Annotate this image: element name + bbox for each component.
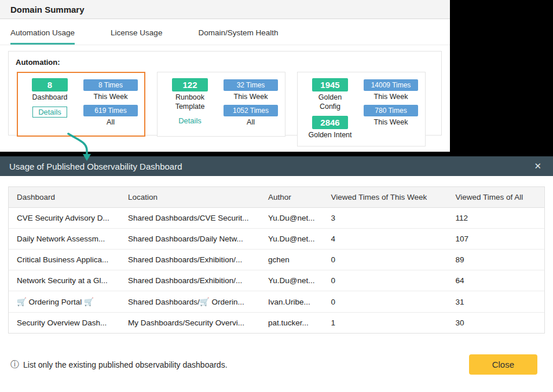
tab-automation-usage[interactable]: Automation Usage bbox=[10, 28, 75, 45]
panel-title-bar: Domain Summary bbox=[0, 0, 450, 19]
cell-location: Shared Dashboards/CVE Securit... bbox=[120, 208, 260, 229]
table-row: Critical Business Applica... Shared Dash… bbox=[9, 250, 544, 270]
cell-author: Yu.Du@net... bbox=[260, 208, 323, 229]
tab-domain-system-health[interactable]: Domain/System Health bbox=[198, 28, 278, 45]
dashboard-week-caption: This Week bbox=[94, 93, 128, 101]
footer-note-wrap: ⓘ List only the existing published obser… bbox=[10, 359, 228, 370]
screen: Domain Summary Automation Usage License … bbox=[0, 0, 553, 392]
column-viewed-week: Viewed Times of This Week bbox=[323, 187, 448, 208]
cell-viewed-all: 64 bbox=[448, 270, 545, 291]
cell-viewed-week: 1 bbox=[323, 313, 448, 334]
cell-dashboard: 🛒 Ordering Portal 🛒 bbox=[9, 291, 120, 313]
automation-card-runbook-template: 122 Runbook Template Details 32 Times Th… bbox=[157, 72, 285, 137]
golden-week-badge: 14009 Times bbox=[364, 79, 418, 91]
automation-card-dashboard: 8 Dashboard Details 8 Times This Week 61… bbox=[17, 72, 145, 137]
golden-intent-count: 2846 bbox=[312, 116, 348, 129]
tab-bar: Automation Usage License Usage Domain/Sy… bbox=[0, 19, 450, 45]
cell-author: pat.tucker... bbox=[260, 313, 323, 334]
cell-author: gchen bbox=[260, 250, 323, 270]
dashboard-details-link[interactable]: Details bbox=[32, 107, 67, 118]
cell-viewed-week: 0 bbox=[323, 291, 448, 313]
cell-viewed-week: 0 bbox=[323, 270, 448, 291]
golden-config-label: Golden Config bbox=[307, 93, 353, 111]
automation-section: Automation: 8 Dashboard Details 8 Time bbox=[8, 51, 442, 135]
cell-viewed-week: 0 bbox=[323, 250, 448, 270]
tab-license-usage[interactable]: License Usage bbox=[111, 28, 162, 45]
dashboard-usage-table: Dashboard Location Author Viewed Times o… bbox=[8, 186, 545, 334]
callout-arrow-icon bbox=[64, 132, 97, 162]
runbook-all-badge: 1052 Times bbox=[224, 105, 278, 116]
cell-dashboard: Security Overview Dash... bbox=[9, 313, 120, 334]
cell-location: My Dashboards/Security Overvi... bbox=[120, 313, 260, 334]
close-button[interactable]: Close bbox=[469, 354, 537, 375]
cell-viewed-week: 4 bbox=[323, 229, 448, 250]
dialog-footer: ⓘ List only the existing published obser… bbox=[10, 354, 537, 375]
cell-viewed-week: 3 bbox=[323, 208, 448, 229]
close-icon[interactable]: ✕ bbox=[532, 160, 544, 173]
cell-author: Ivan.Uribe... bbox=[260, 291, 323, 313]
cell-dashboard: Network Security at a Gl... bbox=[9, 270, 120, 291]
runbook-week-badge: 32 Times bbox=[224, 79, 278, 91]
golden-intent-week-caption: This Week bbox=[374, 118, 408, 126]
table-row: 🛒 Ordering Portal 🛒 Shared Dashboards/🛒 … bbox=[9, 291, 544, 313]
table-header-row: Dashboard Location Author Viewed Times o… bbox=[9, 187, 544, 208]
column-location: Location bbox=[120, 187, 260, 208]
cell-location: Shared Dashboards/Exhibition/... bbox=[120, 270, 260, 291]
page-title: Domain Summary bbox=[10, 5, 85, 14]
cell-viewed-all: 112 bbox=[448, 208, 545, 229]
cell-author: Yu.Du@net... bbox=[260, 270, 323, 291]
dashboard-all-caption: All bbox=[107, 118, 115, 126]
cell-viewed-all: 31 bbox=[448, 291, 545, 313]
usage-dialog: Usage of Published Observability Dashboa… bbox=[0, 156, 553, 392]
dashboard-count-label: Dashboard bbox=[27, 93, 72, 102]
cell-author: Yu.Du@net... bbox=[260, 229, 323, 250]
cell-viewed-all: 89 bbox=[448, 250, 545, 270]
golden-config-count: 1945 bbox=[312, 78, 348, 91]
cell-viewed-all: 107 bbox=[448, 229, 545, 250]
runbook-count-label: Runbook Template bbox=[167, 93, 213, 111]
runbook-details-link[interactable]: Details bbox=[178, 116, 202, 125]
cell-dashboard: CVE Security Advisory D... bbox=[9, 208, 120, 229]
cell-dashboard: Critical Business Applica... bbox=[9, 250, 120, 270]
table-row: Security Overview Dash... My Dashboards/… bbox=[9, 313, 544, 334]
automation-card-golden: 1945 Golden Config 2846 Golden Intent 14… bbox=[297, 72, 426, 146]
golden-intent-label: Golden Intent bbox=[307, 131, 353, 140]
cell-location: Shared Dashboards/🛒 Orderin... bbox=[120, 291, 260, 313]
runbook-count: 122 bbox=[172, 78, 208, 91]
table-row: Network Security at a Gl... Shared Dashb… bbox=[9, 270, 544, 291]
table-row: Daily Network Assessm... Shared Dashboar… bbox=[9, 229, 544, 250]
dashboard-week-badge: 8 Times bbox=[83, 79, 138, 91]
column-author: Author bbox=[260, 187, 323, 208]
cell-location: Shared Dashboards/Daily Netw... bbox=[120, 229, 260, 250]
automation-section-label: Automation: bbox=[9, 52, 441, 67]
dashboard-count: 8 bbox=[32, 78, 68, 91]
footer-note: List only the existing published observa… bbox=[23, 360, 228, 369]
cell-location: Shared Dashboards/Exhibition/... bbox=[120, 250, 260, 270]
table-row: CVE Security Advisory D... Shared Dashbo… bbox=[9, 208, 544, 229]
domain-summary-panel: Domain Summary Automation Usage License … bbox=[0, 0, 450, 152]
column-viewed-all: Viewed Times of All bbox=[448, 187, 545, 208]
runbook-all-caption: All bbox=[247, 118, 255, 126]
runbook-week-caption: This Week bbox=[234, 93, 268, 101]
dashboard-all-badge: 619 Times bbox=[83, 105, 138, 116]
dialog-title: Usage of Published Observability Dashboa… bbox=[9, 162, 182, 171]
cell-viewed-all: 30 bbox=[448, 313, 545, 334]
golden-intent-week-badge: 780 Times bbox=[364, 105, 418, 116]
cell-dashboard: Daily Network Assessm... bbox=[9, 229, 120, 250]
info-icon: ⓘ bbox=[10, 359, 19, 370]
golden-week-caption: This Week bbox=[374, 93, 408, 101]
column-dashboard: Dashboard bbox=[9, 187, 120, 208]
